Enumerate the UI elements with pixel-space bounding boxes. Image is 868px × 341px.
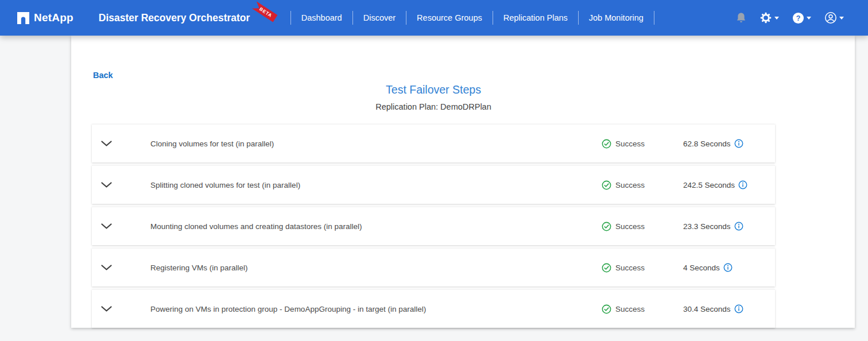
step-duration: 23.3 Seconds xyxy=(683,222,775,231)
primary-nav: Dashboard Discover Resource Groups Repli… xyxy=(290,0,654,36)
expand-step-button[interactable] xyxy=(101,223,114,230)
check-circle-icon xyxy=(602,263,611,273)
app-title: Disaster Recovery Orchestrator xyxy=(99,12,250,24)
settings-menu-button[interactable] xyxy=(760,11,779,24)
check-circle-icon xyxy=(602,304,611,314)
chevron-down-icon xyxy=(101,306,112,312)
chevron-down-icon xyxy=(101,141,112,147)
main-panel: Back Test Failover Steps Replication Pla… xyxy=(71,36,855,328)
netapp-logo-icon xyxy=(17,12,29,24)
step-duration: 62.8 Seconds xyxy=(683,139,775,148)
step-row[interactable]: Cloning volumes for test (in parallel) S… xyxy=(92,124,775,162)
duration-text: 62.8 Seconds xyxy=(683,140,731,148)
page-content: Back Test Failover Steps Replication Pla… xyxy=(92,36,775,328)
svg-text:?: ? xyxy=(796,14,801,22)
step-row[interactable]: Splitting cloned volumes for test (in pa… xyxy=(92,165,775,204)
step-label: Cloning volumes for test (in parallel) xyxy=(150,140,602,148)
bell-icon xyxy=(736,12,746,24)
netapp-logo-text: NetApp xyxy=(34,11,73,24)
status-text: Success xyxy=(615,181,645,189)
info-icon[interactable] xyxy=(723,263,733,272)
status-text: Success xyxy=(615,222,645,231)
step-status: Success xyxy=(602,139,683,149)
info-icon[interactable] xyxy=(734,139,743,148)
netapp-logo: NetApp xyxy=(17,11,73,24)
step-row[interactable]: Registering VMs (in parallel) Success 4 … xyxy=(92,248,775,286)
step-status: Success xyxy=(602,304,683,314)
status-text: Success xyxy=(615,140,645,148)
user-icon xyxy=(824,11,837,24)
expand-step-button[interactable] xyxy=(101,265,114,271)
chevron-down-icon xyxy=(101,182,112,188)
help-menu-button[interactable]: ? xyxy=(792,12,811,24)
step-label: Powering on VMs in protection group - De… xyxy=(150,305,602,313)
beta-badge: BETA xyxy=(252,1,278,22)
chevron-down-icon xyxy=(839,17,844,20)
step-status: Success xyxy=(602,222,683,231)
nav-item-replication-plans[interactable]: Replication Plans xyxy=(493,0,578,36)
back-button[interactable]: Back xyxy=(93,71,113,80)
expand-step-button[interactable] xyxy=(101,141,114,147)
failover-steps-list: Cloning volumes for test (in parallel) S… xyxy=(92,124,775,328)
duration-text: 242.5 Seconds xyxy=(683,181,735,189)
page-title: Test Failover Steps xyxy=(92,36,775,96)
check-circle-icon xyxy=(602,139,611,149)
chevron-down-icon xyxy=(101,223,112,230)
step-duration: 242.5 Seconds xyxy=(683,180,775,189)
nav-item-dashboard[interactable]: Dashboard xyxy=(291,0,352,36)
step-row[interactable]: Mounting cloned volumes and creating dat… xyxy=(92,207,775,245)
help-icon: ? xyxy=(792,12,804,24)
duration-text: 4 Seconds xyxy=(683,264,720,272)
duration-text: 30.4 Seconds xyxy=(683,305,731,313)
check-circle-icon xyxy=(602,180,611,190)
nav-item-discover[interactable]: Discover xyxy=(353,0,406,36)
notifications-button[interactable] xyxy=(736,12,746,24)
expand-step-button[interactable] xyxy=(101,182,114,188)
step-label: Registering VMs (in parallel) xyxy=(150,264,602,272)
status-text: Success xyxy=(615,264,645,272)
info-icon[interactable] xyxy=(734,304,743,313)
info-icon[interactable] xyxy=(734,222,743,231)
nav-divider xyxy=(654,11,654,25)
step-label: Splitting cloned volumes for test (in pa… xyxy=(150,181,602,189)
header-actions: ? xyxy=(736,11,868,24)
step-status: Success xyxy=(602,180,683,190)
gear-icon xyxy=(760,11,772,24)
chevron-down-icon xyxy=(101,265,112,271)
nav-item-job-monitoring[interactable]: Job Monitoring xyxy=(579,0,654,36)
user-menu-button[interactable] xyxy=(824,11,844,24)
status-text: Success xyxy=(615,305,645,313)
step-duration: 4 Seconds xyxy=(683,263,775,272)
info-icon[interactable] xyxy=(738,180,747,189)
check-circle-icon xyxy=(602,222,611,231)
page-subtitle: Replication Plan: DemoDRPlan xyxy=(92,102,775,111)
chevron-down-icon xyxy=(807,17,811,20)
step-duration: 30.4 Seconds xyxy=(683,304,775,313)
step-status: Success xyxy=(602,263,683,273)
top-navbar: NetApp Disaster Recovery Orchestrator BE… xyxy=(0,0,868,36)
step-row[interactable]: Powering on VMs in protection group - De… xyxy=(92,289,775,328)
expand-step-button[interactable] xyxy=(101,306,114,312)
duration-text: 23.3 Seconds xyxy=(683,222,731,231)
step-label: Mounting cloned volumes and creating dat… xyxy=(150,222,602,231)
chevron-down-icon xyxy=(774,17,779,20)
nav-item-resource-groups[interactable]: Resource Groups xyxy=(406,0,493,36)
